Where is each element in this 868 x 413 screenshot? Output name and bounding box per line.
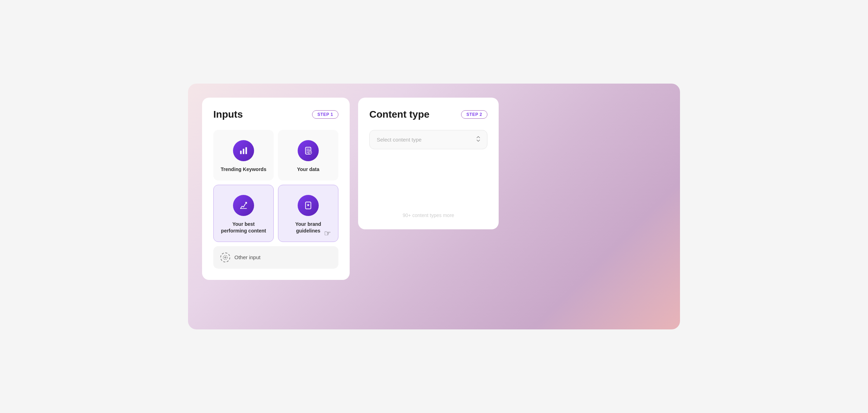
trending-keywords-label: Trending Keywords bbox=[221, 166, 266, 173]
inputs-title: Inputs bbox=[213, 109, 243, 120]
other-input-label: Other input bbox=[234, 254, 260, 260]
input-card-best-performing[interactable]: Your best performing content bbox=[213, 185, 274, 242]
input-card-your-data[interactable]: Your data bbox=[278, 130, 338, 181]
best-performing-icon bbox=[233, 195, 254, 216]
content-type-panel-header: Content type STEP 2 bbox=[369, 109, 487, 120]
other-input-button[interactable]: Other input bbox=[213, 246, 338, 269]
svg-rect-1 bbox=[243, 149, 244, 154]
input-cards-grid: Trending Keywords Your data bbox=[213, 130, 338, 242]
your-data-label: Your data bbox=[297, 166, 319, 173]
app-container: Inputs STEP 1 Trending Keywords bbox=[188, 84, 680, 329]
step1-badge: STEP 1 bbox=[312, 110, 338, 119]
content-type-panel: Content type STEP 2 Select content type … bbox=[358, 98, 499, 229]
content-type-select[interactable]: Select content type bbox=[369, 130, 487, 149]
content-type-title: Content type bbox=[369, 109, 429, 120]
content-type-select-wrapper: Select content type bbox=[369, 130, 487, 149]
inputs-panel-header: Inputs STEP 1 bbox=[213, 109, 338, 120]
input-card-brand-guidelines[interactable]: Your brand guidelines bbox=[278, 185, 338, 242]
content-more-text: 90+ content types more bbox=[369, 212, 487, 218]
inputs-panel: Inputs STEP 1 Trending Keywords bbox=[202, 98, 350, 280]
add-other-icon bbox=[220, 253, 230, 262]
trending-keywords-icon bbox=[233, 140, 254, 161]
input-card-trending-keywords[interactable]: Trending Keywords bbox=[213, 130, 274, 181]
step2-badge: STEP 2 bbox=[461, 110, 487, 119]
svg-rect-2 bbox=[245, 147, 247, 154]
brand-guidelines-label: Your brand guidelines bbox=[284, 221, 332, 235]
brand-guidelines-icon bbox=[298, 195, 319, 216]
your-data-icon bbox=[298, 140, 319, 161]
svg-rect-0 bbox=[240, 151, 241, 154]
best-performing-label: Your best performing content bbox=[219, 221, 268, 235]
